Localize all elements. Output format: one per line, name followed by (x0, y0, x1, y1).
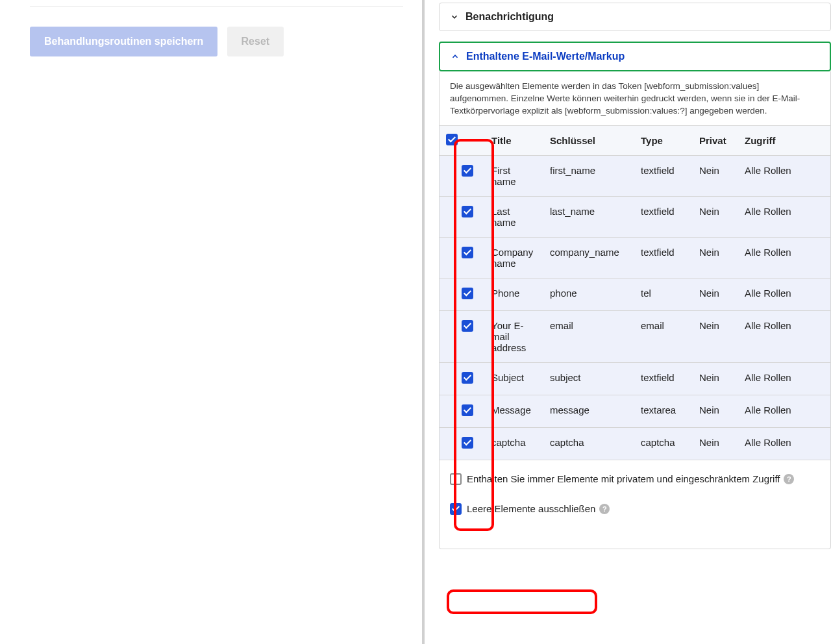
section-divider (30, 6, 403, 7)
cell-key: last_name (543, 196, 634, 237)
cell-access: Alle Rollen (738, 196, 830, 237)
cell-key: email (543, 310, 634, 362)
help-icon[interactable]: ? (784, 474, 794, 484)
chevron-down-icon (450, 12, 459, 21)
chevron-up-icon (451, 52, 460, 61)
cell-title: captcha (485, 427, 543, 460)
cell-type: textarea (634, 395, 693, 427)
cell-private: Nein (693, 427, 738, 460)
cell-private: Nein (693, 362, 738, 395)
cell-type: textfield (634, 237, 693, 278)
panel-email-values-title: Enthaltene E-Mail-Werte/Markup (466, 51, 625, 62)
cell-type: tel (634, 278, 693, 310)
save-button[interactable]: Behandlungsroutinen speichern (30, 27, 217, 56)
cell-key: message (543, 395, 634, 427)
table-row: captchacaptchacaptchaNeinAlle Rollen (440, 427, 830, 460)
cell-access: Alle Rollen (738, 395, 830, 427)
cell-private: Nein (693, 278, 738, 310)
table-row: MessagemessagetextareaNeinAlle Rollen (440, 395, 830, 427)
cell-access: Alle Rollen (738, 310, 830, 362)
cell-title: Your E-mail address (485, 310, 543, 362)
cell-private: Nein (693, 196, 738, 237)
cell-key: subject (543, 362, 634, 395)
cell-private: Nein (693, 395, 738, 427)
cell-title: Subject (485, 362, 543, 395)
row-checkbox[interactable] (462, 165, 473, 177)
row-checkbox[interactable] (462, 288, 473, 299)
cell-type: captcha (634, 427, 693, 460)
panel-email-values-body: Die ausgewählten Elemente werden in das … (439, 71, 831, 549)
panel-help-text: Die ausgewählten Elemente werden in das … (440, 80, 830, 125)
table-row: First namefirst_nametextfieldNeinAlle Ro… (440, 155, 830, 196)
col-title: Title (485, 125, 543, 155)
cell-access: Alle Rollen (738, 278, 830, 310)
reset-button[interactable]: Reset (227, 27, 284, 56)
cell-access: Alle Rollen (738, 237, 830, 278)
values-table: Title Schlüssel Type Privat Zugriff Firs… (440, 125, 830, 460)
cell-title: Company name (485, 237, 543, 278)
row-checkbox[interactable] (462, 247, 473, 258)
cell-key: first_name (543, 155, 634, 196)
table-row: Last namelast_nametextfieldNeinAlle Roll… (440, 196, 830, 237)
help-icon[interactable]: ? (599, 504, 610, 514)
table-row: Company namecompany_nametextfieldNeinAll… (440, 237, 830, 278)
cell-key: company_name (543, 237, 634, 278)
cell-title: Last name (485, 196, 543, 237)
select-all-checkbox[interactable] (446, 134, 458, 145)
row-checkbox[interactable] (462, 437, 473, 449)
col-key: Schlüssel (543, 125, 634, 155)
cell-title: Message (485, 395, 543, 427)
cell-private: Nein (693, 155, 738, 196)
table-row: PhonephonetelNeinAlle Rollen (440, 278, 830, 310)
cell-access: Alle Rollen (738, 362, 830, 395)
cell-key: captcha (543, 427, 634, 460)
cell-private: Nein (693, 237, 738, 278)
panel-notification-title: Benachrichtigung (465, 11, 554, 23)
row-checkbox[interactable] (462, 372, 473, 384)
row-checkbox[interactable] (462, 404, 473, 416)
panel-email-values[interactable]: Enthaltene E-Mail-Werte/Markup (439, 42, 831, 71)
exclude-empty-checkbox[interactable] (450, 503, 462, 515)
include-private-label: Enthalten Sie immer Elemente mit private… (467, 473, 780, 484)
panel-notification[interactable]: Benachrichtigung (439, 3, 831, 31)
include-private-checkbox[interactable] (450, 473, 462, 485)
table-row: SubjectsubjecttextfieldNeinAlle Rollen (440, 362, 830, 395)
col-access: Zugriff (738, 125, 830, 155)
row-checkbox[interactable] (462, 206, 473, 217)
cell-type: textfield (634, 196, 693, 237)
col-private: Privat (693, 125, 738, 155)
cell-private: Nein (693, 310, 738, 362)
table-row: Your E-mail addressemailemailNeinAlle Ro… (440, 310, 830, 362)
cell-access: Alle Rollen (738, 427, 830, 460)
cell-type: textfield (634, 155, 693, 196)
cell-key: phone (543, 278, 634, 310)
cell-type: email (634, 310, 693, 362)
col-type: Type (634, 125, 693, 155)
cell-type: textfield (634, 362, 693, 395)
cell-access: Alle Rollen (738, 155, 830, 196)
cell-title: Phone (485, 278, 543, 310)
row-checkbox[interactable] (462, 320, 473, 332)
cell-title: First name (485, 155, 543, 196)
exclude-empty-label: Leere Elemente ausschließen (467, 503, 595, 514)
